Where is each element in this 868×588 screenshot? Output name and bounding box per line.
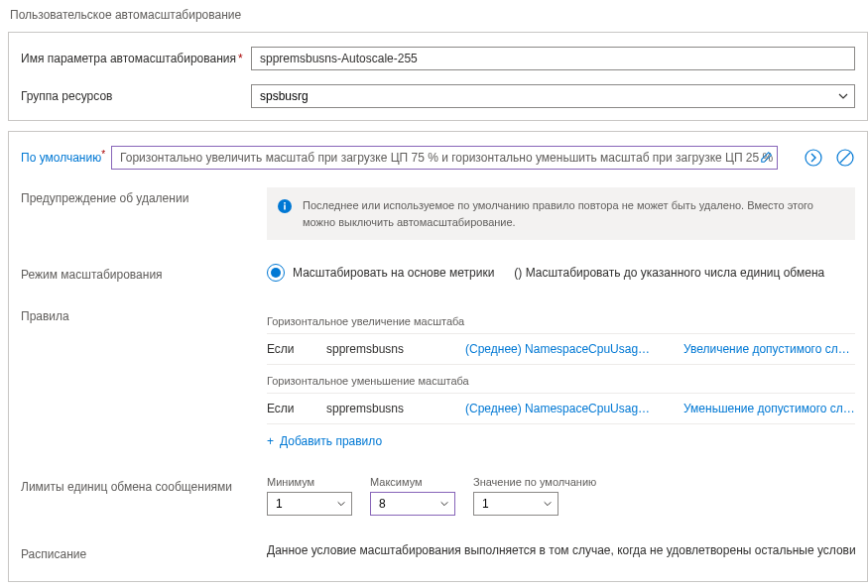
delete-warning-label: Предупреждение об удалении <box>21 187 267 240</box>
autoscale-name-input[interactable] <box>251 47 855 70</box>
radio-metric-label: Масштабировать на основе метрики <box>293 266 494 280</box>
scale-out-heading: Горизонтальное увеличение масштаба <box>267 309 855 334</box>
rules-row: Правила Горизонтальное увеличение масшта… <box>21 305 855 448</box>
rule-if-word: Если <box>267 402 326 415</box>
schedule-label: Расписание <box>21 543 267 561</box>
settings-panel: Имя параметра автомасштабирования* Групп… <box>8 32 868 121</box>
rule-source: sppremsbusns <box>326 402 465 415</box>
default-tab[interactable]: По умолчанию* <box>21 151 105 165</box>
scale-in-heading: Горизонтальное уменьшение масштаба <box>267 369 855 394</box>
scale-mode-row: Режим масштабирования Масштабировать на … <box>21 264 855 282</box>
limit-max-select[interactable]: 8 <box>370 492 455 516</box>
plus-icon: + <box>267 434 274 448</box>
rg-row: Группа ресурсов spsbusrg <box>21 84 855 108</box>
rule-if-word: Если <box>267 342 326 356</box>
add-rule-button[interactable]: + Добавить правило <box>267 424 855 448</box>
schedule-text: Данное условие масштабирования выполняет… <box>267 543 855 561</box>
condition-description-box[interactable]: Горизонтально увеличить масштаб при загр… <box>111 146 778 170</box>
limit-min-select[interactable]: 1 <box>267 492 352 516</box>
svg-line-2 <box>840 153 850 163</box>
schedule-row: Расписание Данное условие масштабировани… <box>21 543 855 561</box>
limit-min-label: Минимум <box>267 476 352 488</box>
resource-group-select[interactable]: spsbusrg <box>251 84 855 108</box>
svg-rect-5 <box>284 202 286 204</box>
limits-row: Лимиты единиц обмена сообщениями Минимум… <box>21 476 855 516</box>
info-icon <box>277 198 293 219</box>
rule-source: sppremsbusns <box>326 342 465 356</box>
next-arrow-button[interactable] <box>804 148 823 168</box>
page-section-title: Пользовательское автомасштабирование <box>10 8 868 22</box>
limit-default-label: Значение по умолчанию <box>473 476 596 488</box>
radio-metric[interactable] <box>267 264 285 282</box>
name-label: Имя параметра автомасштабирования* <box>21 52 251 65</box>
edit-pencil-icon[interactable] <box>760 150 774 167</box>
svg-rect-4 <box>284 205 286 210</box>
scale-out-rule[interactable]: Если sppremsbusns (Среднее) NamespaceCpu… <box>267 334 855 365</box>
condition-header: По умолчанию* Горизонтально увеличить ма… <box>21 146 855 170</box>
delete-warning-row: Предупреждение об удалении Последнее или… <box>21 187 855 240</box>
rule-metric-link[interactable]: (Среднее) NamespaceCpuUsag… <box>465 402 683 415</box>
limit-default-select[interactable]: 1 <box>473 492 558 516</box>
scale-in-rule[interactable]: Если sppremsbusns (Среднее) NamespaceCpu… <box>267 394 855 424</box>
delete-warning-infobox: Последнее или используемое по умолчанию … <box>267 187 855 240</box>
scale-mode-label: Режим масштабирования <box>21 264 267 282</box>
rules-label: Правила <box>21 305 267 448</box>
radio-fixed-label: () Масштабировать до указанного числа ед… <box>514 266 824 280</box>
limit-max-label: Максимум <box>370 476 455 488</box>
rule-metric-link[interactable]: (Среднее) NamespaceCpuUsag… <box>465 342 683 356</box>
scale-condition-panel: По умолчанию* Горизонтально увеличить ма… <box>8 131 868 582</box>
name-row: Имя параметра автомасштабирования* <box>21 47 855 70</box>
rg-label: Группа ресурсов <box>21 89 251 103</box>
required-asterisk: * <box>238 52 243 65</box>
rule-action-link[interactable]: Уменьшение допустимого следую <box>683 402 855 415</box>
delete-forbidden-button[interactable] <box>835 148 855 168</box>
svg-point-0 <box>806 150 821 166</box>
rule-action-link[interactable]: Увеличение допустимого следующ <box>683 342 855 356</box>
limits-label: Лимиты единиц обмена сообщениями <box>21 476 267 516</box>
